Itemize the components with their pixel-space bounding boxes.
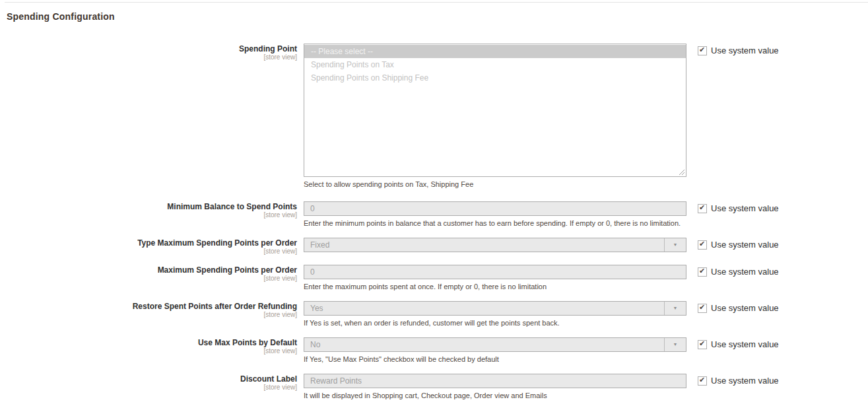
field-row-type-maximum: Type Maximum Spending Points per Order […	[0, 238, 868, 256]
field-label-block: Use Max Points by Default [store view]	[0, 337, 297, 355]
use-system-value-label: Use system value	[711, 203, 779, 213]
spending-configuration-form: Spending Point [store view] -- Please se…	[0, 44, 868, 400]
maximum-spending-input[interactable]	[304, 265, 686, 279]
use-system-value-checkbox[interactable]	[698, 340, 707, 349]
use-system-value-control[interactable]: Use system value	[698, 374, 779, 386]
chevron-down-icon	[664, 238, 686, 252]
use-system-value-checkbox[interactable]	[698, 304, 707, 313]
minimum-balance-input[interactable]	[304, 201, 686, 216]
use-system-value-label: Use system value	[711, 303, 779, 313]
use-system-value-control[interactable]: Use system value	[698, 265, 779, 277]
use-system-value-control[interactable]: Use system value	[698, 238, 779, 250]
use-system-value-control[interactable]: Use system value	[698, 301, 779, 313]
store-view-scope: [store view]	[0, 347, 297, 355]
use-system-value-checkbox[interactable]	[698, 46, 707, 55]
store-view-scope: [store view]	[0, 211, 297, 219]
chevron-down-icon	[664, 338, 686, 351]
field-label: Spending Point	[0, 44, 297, 53]
type-maximum-select[interactable]: Fixed	[304, 238, 686, 252]
discount-label-input[interactable]	[304, 374, 686, 388]
store-view-scope: [store view]	[0, 311, 297, 319]
section-title: Spending Configuration	[7, 11, 868, 22]
multiselect-option-tax[interactable]: Spending Points on Tax	[304, 58, 686, 71]
field-label: Minimum Balance to Spend Points	[0, 202, 297, 211]
field-label-block: Discount Label [store view]	[0, 374, 297, 392]
use-system-value-checkbox[interactable]	[698, 376, 707, 386]
field-label-block: Restore Spent Points after Order Refundi…	[0, 301, 297, 319]
field-row-restore-points: Restore Spent Points after Order Refundi…	[0, 301, 868, 327]
use-system-value-label: Use system value	[711, 376, 779, 386]
chevron-down-icon	[664, 302, 686, 315]
select-value: No	[310, 340, 320, 349]
field-note: Enter the maximum points spent at once. …	[304, 283, 686, 291]
field-note: Enter the minimum points in balance that…	[304, 219, 686, 228]
field-label-block: Maximum Spending Points per Order [store…	[0, 265, 297, 283]
select-value: Fixed	[310, 240, 329, 250]
store-view-scope: [store view]	[0, 53, 297, 61]
field-label: Restore Spent Points after Order Refundi…	[0, 302, 297, 311]
field-label: Type Maximum Spending Points per Order	[0, 238, 297, 248]
store-view-scope: [store view]	[0, 384, 297, 392]
field-label: Discount Label	[0, 374, 297, 384]
use-system-value-label: Use system value	[711, 46, 779, 55]
use-system-value-label: Use system value	[711, 240, 779, 250]
field-note: It will be displayed in Shopping cart, C…	[304, 392, 686, 400]
field-note: Select to allow spending points on Tax, …	[304, 180, 686, 189]
multiselect-option-please-select[interactable]: -- Please select --	[304, 45, 686, 58]
field-label-block: Type Maximum Spending Points per Order […	[0, 238, 297, 256]
spending-point-multiselect[interactable]: -- Please select -- Spending Points on T…	[304, 44, 686, 177]
use-max-points-select[interactable]: No	[304, 337, 686, 352]
field-row-discount-label: Discount Label [store view] It will be d…	[0, 374, 868, 400]
field-row-use-max-points: Use Max Points by Default [store view] N…	[0, 337, 868, 364]
field-row-spending-point: Spending Point [store view] -- Please se…	[0, 44, 868, 189]
store-view-scope: [store view]	[0, 275, 297, 283]
select-value: Yes	[310, 304, 323, 313]
field-label: Use Max Points by Default	[0, 338, 297, 347]
use-system-value-checkbox[interactable]	[698, 204, 707, 213]
use-system-value-label: Use system value	[711, 339, 779, 349]
field-note: If Yes, "Use Max Points" checkbox will b…	[304, 355, 686, 364]
use-system-value-control[interactable]: Use system value	[698, 201, 779, 213]
use-system-value-checkbox[interactable]	[698, 267, 707, 277]
store-view-scope: [store view]	[0, 248, 297, 256]
field-label: Maximum Spending Points per Order	[0, 265, 297, 275]
field-label-block: Minimum Balance to Spend Points [store v…	[0, 201, 297, 219]
use-system-value-checkbox[interactable]	[698, 240, 707, 250]
use-system-value-label: Use system value	[711, 267, 779, 277]
field-row-maximum-spending: Maximum Spending Points per Order [store…	[0, 265, 868, 291]
multiselect-option-shipping-fee[interactable]: Spending Points on Shipping Fee	[304, 71, 686, 85]
top-divider	[5, 2, 868, 3]
use-system-value-control[interactable]: Use system value	[698, 44, 779, 55]
use-system-value-control[interactable]: Use system value	[698, 337, 779, 349]
field-label-block: Spending Point [store view]	[0, 44, 297, 61]
field-row-minimum-balance: Minimum Balance to Spend Points [store v…	[0, 201, 868, 228]
restore-points-select[interactable]: Yes	[304, 301, 686, 316]
resize-grip-icon[interactable]	[679, 169, 685, 176]
field-note: If Yes is set, when an order is refunded…	[304, 319, 686, 327]
